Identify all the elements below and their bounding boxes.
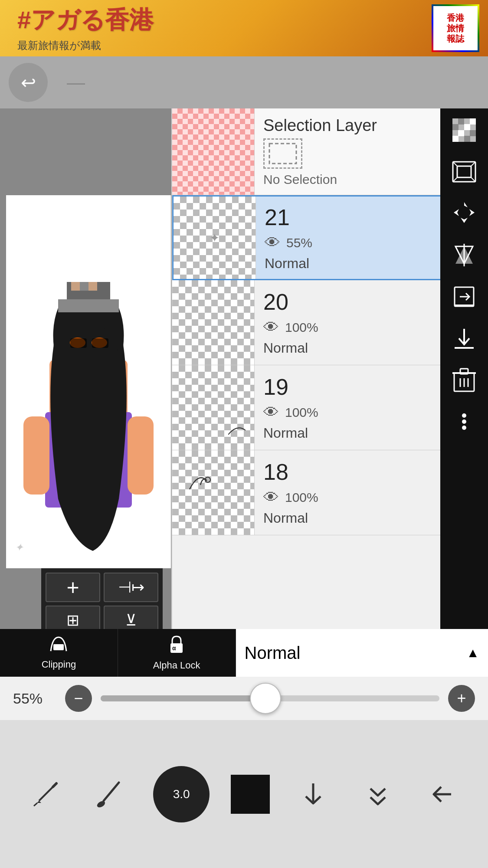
layer-19-thumb (172, 365, 255, 450)
flip-tool[interactable] (447, 238, 481, 272)
layer-21-blend: Normal (265, 255, 469, 272)
clipping-label: Clipping (42, 659, 76, 670)
reference-tool[interactable] (447, 154, 481, 189)
svg-rect-12 (71, 282, 80, 291)
layer-18-thumb (172, 450, 255, 535)
alpha-lock-button[interactable]: α Alpha Lock (118, 629, 236, 677)
move-tool[interactable] (447, 196, 481, 231)
selection-layer-title: Selection Layer (263, 116, 471, 135)
layer-21-thumb: ✦ (174, 197, 256, 279)
banner-sub-text: 最新旅情報が満載 (17, 39, 101, 52)
selection-layer-thumb (172, 108, 255, 195)
collapse-tool[interactable] (356, 773, 400, 816)
more-options-tool[interactable] (447, 404, 481, 439)
checkerboard-tool[interactable] (447, 113, 481, 147)
svg-rect-21 (452, 118, 458, 124)
undo-button[interactable]: ↩ (9, 63, 48, 102)
svg-line-52 (53, 783, 56, 787)
clipping-icon (49, 635, 68, 657)
layer-21-meta: 👁 55% (265, 234, 469, 252)
svg-rect-13 (80, 282, 88, 291)
layer-18-blend: Normal (263, 510, 471, 526)
opacity-slider[interactable] (101, 695, 439, 701)
banner-main-text: #アガる香港 (17, 4, 154, 37)
opacity-label: 55% (13, 690, 56, 707)
eye-icon-20[interactable]: 👁 (263, 318, 279, 337)
blend-mode-label: Normal (245, 643, 301, 663)
alpha-lock-label: Alpha Lock (153, 660, 200, 671)
selection-layer-row[interactable]: Selection Layer No Selection (172, 108, 479, 195)
svg-rect-27 (459, 136, 464, 142)
svg-rect-22 (464, 118, 470, 124)
brush-size-value: 3.0 (173, 787, 190, 801)
svg-rect-47 (53, 644, 64, 650)
svg-text:α: α (172, 645, 176, 652)
alpha-lock-icon: α (167, 635, 186, 658)
brush-size-indicator[interactable]: 3.0 (153, 766, 210, 822)
layer-row-20[interactable]: 20 👁 100% Normal (172, 280, 479, 365)
svg-rect-9 (128, 416, 154, 495)
back-tool[interactable] (421, 773, 464, 816)
layer-21-number: 21 (265, 204, 469, 230)
add-layer-button[interactable]: + (46, 573, 100, 602)
svg-line-53 (104, 783, 119, 801)
layer-18-meta: 👁 100% (263, 488, 471, 507)
canvas-preview[interactable]: ✦ (6, 195, 171, 568)
eye-icon-21[interactable]: 👁 (265, 234, 280, 252)
right-sidebar (440, 108, 488, 629)
clipping-button[interactable]: Clipping (0, 629, 118, 677)
svg-rect-11 (58, 299, 119, 312)
no-selection-text: No Selection (263, 172, 471, 187)
svg-rect-14 (88, 282, 97, 291)
layer-18-opacity: 100% (285, 490, 318, 505)
blend-mode-selector[interactable]: Normal ▲ (236, 629, 488, 677)
opacity-decrease-button[interactable]: − (65, 685, 92, 712)
svg-rect-30 (457, 166, 471, 177)
toolbar: ↩ — (0, 56, 488, 108)
flip-layer-button[interactable]: ⊣↦ (104, 573, 158, 602)
svg-rect-16 (269, 144, 296, 164)
layer-row-19[interactable]: 19 👁 100% Normal (172, 365, 479, 450)
svg-text:✦: ✦ (15, 541, 24, 553)
layer-18-number: 18 (263, 459, 471, 485)
layer-row-21[interactable]: ✦ 21 👁 55% Normal (172, 195, 479, 280)
opacity-thumb[interactable] (250, 683, 281, 714)
layers-panel: Selection Layer No Selection ✦ 21 👁 55% (171, 108, 479, 629)
bottom-toolbar: 3.0 (0, 720, 488, 868)
layer-19-number: 19 (263, 374, 471, 400)
svg-rect-8 (23, 416, 49, 495)
svg-rect-23 (459, 124, 464, 130)
banner-badge[interactable]: 香港旅情報誌 (432, 4, 479, 52)
pen-tool[interactable] (24, 773, 67, 816)
banner: #アガる香港 最新旅情報が満載 香港旅情報誌 (0, 0, 488, 56)
brush-tool[interactable] (88, 773, 132, 816)
flatten-tool[interactable] (447, 279, 481, 314)
layer-19-blend: Normal (263, 425, 471, 441)
opacity-row: 55% − + (0, 677, 488, 720)
svg-rect-26 (464, 130, 470, 136)
layer-row-18[interactable]: 18 👁 100% Normal (172, 450, 479, 535)
opacity-fill (101, 695, 253, 701)
selection-icon (263, 138, 302, 169)
download-tool[interactable] (447, 321, 481, 356)
layer-20-blend: Normal (263, 340, 471, 356)
opacity-increase-button[interactable]: + (448, 685, 475, 712)
delete-tool[interactable] (447, 363, 481, 397)
arrow-down-tool[interactable] (291, 773, 335, 816)
svg-rect-24 (470, 124, 476, 130)
eye-icon-18[interactable]: 👁 (263, 488, 279, 507)
layer-20-opacity: 100% (285, 320, 318, 335)
layer-19-meta: 👁 100% (263, 403, 471, 422)
layer-controls-bar: Clipping α Alpha Lock Normal ▲ (0, 629, 488, 677)
color-swatch[interactable] (231, 775, 270, 814)
redo-button[interactable]: — (56, 63, 95, 102)
svg-line-51 (34, 803, 37, 806)
svg-rect-6 (70, 338, 87, 348)
blend-mode-arrow[interactable]: ▲ (466, 645, 479, 660)
layer-20-number: 20 (263, 289, 471, 315)
layer-19-opacity: 100% (285, 405, 318, 420)
canvas-area: ✦ (6, 108, 175, 629)
layer-20-thumb (172, 280, 255, 365)
eye-icon-19[interactable]: 👁 (263, 403, 279, 422)
svg-rect-25 (452, 130, 458, 136)
